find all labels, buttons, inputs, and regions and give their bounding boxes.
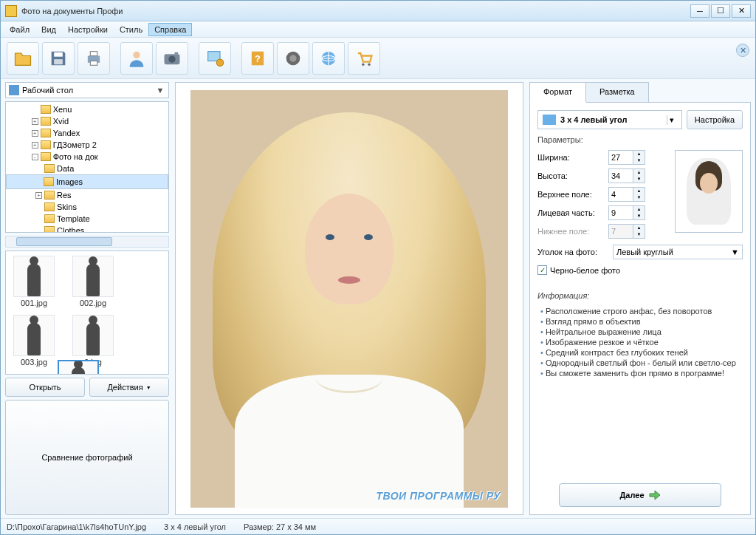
- panel-close-icon[interactable]: ✕: [736, 44, 749, 57]
- info-heading: Информация:: [537, 291, 743, 300]
- app-icon: [5, 5, 17, 17]
- tree-hscrollbar[interactable]: [5, 236, 169, 248]
- thumbnail-list: 001.jpg002.jpg003.jpg6.jpg9.jpg: [5, 251, 169, 375]
- format-settings-button[interactable]: Настройка: [687, 110, 743, 129]
- folder-tree[interactable]: Xenu +Xvid +Yandex +ГДЗометр 2 -Фото на …: [5, 101, 169, 233]
- main-photo: ТВОИ ПРОГРАММЫ РУ: [190, 90, 508, 508]
- menu-view[interactable]: Вид: [35, 23, 62, 36]
- toolbar-camera[interactable]: [156, 42, 188, 75]
- info-item: Средний контраст без глубоких теней: [540, 347, 743, 358]
- maximize-button[interactable]: ☐: [711, 4, 730, 18]
- info-item: Изображение резкое и чёткое: [540, 337, 743, 347]
- toolbar-open[interactable]: [7, 42, 39, 75]
- toolbar-photo-settings[interactable]: [199, 42, 231, 75]
- info-item: Однородный светлый фон - белый или светл…: [540, 358, 743, 368]
- params-heading: Параметры:: [537, 135, 743, 144]
- svg-point-18: [368, 63, 371, 66]
- info-item: Вы сможете заменить фон прямо в программ…: [540, 368, 743, 378]
- menu-help[interactable]: Справка: [148, 23, 192, 36]
- tree-item[interactable]: +Res: [6, 189, 168, 201]
- svg-point-17: [362, 63, 365, 66]
- svg-point-7: [168, 55, 175, 62]
- toolbar-person[interactable]: [120, 42, 153, 75]
- desktop-icon: [9, 85, 19, 95]
- face-part-spinner[interactable]: ▲▼: [608, 205, 645, 220]
- right-panel: Формат Разметка 3 x 4 левый угол ▾ Настр…: [529, 82, 751, 515]
- svg-point-10: [216, 59, 223, 66]
- thumbnail-item[interactable]: 9.jpg: [10, 374, 164, 375]
- status-path: D:\Прохо\Гагарина\1\k7ls4hoTUnY.jpg: [7, 522, 146, 531]
- corner-select[interactable]: Левый круглый▼: [613, 245, 743, 259]
- toolbar-cart[interactable]: [348, 42, 380, 75]
- toolbar-save[interactable]: [42, 42, 75, 75]
- tree-item[interactable]: Xenu: [6, 103, 168, 115]
- thumbnail-item[interactable]: 002.jpg: [69, 256, 117, 307]
- svg-rect-4: [90, 61, 97, 65]
- thumbnail-item[interactable]: 6.jpg: [69, 315, 117, 367]
- tree-item[interactable]: Images: [6, 174, 168, 189]
- tree-item[interactable]: Template: [6, 213, 168, 225]
- tab-format[interactable]: Формат: [529, 82, 586, 103]
- format-value: 3 x 4 левый угол: [560, 115, 667, 124]
- tree-item[interactable]: Data: [6, 163, 168, 174]
- next-button[interactable]: Далее: [559, 483, 721, 507]
- format-icon: [543, 115, 556, 125]
- chevron-down-icon: ▼: [731, 248, 739, 256]
- menu-settings[interactable]: Настройки: [62, 23, 114, 36]
- drive-label: Рабочий стол: [22, 86, 155, 95]
- svg-point-14: [289, 55, 296, 61]
- chevron-down-icon: ▾: [667, 115, 677, 125]
- info-item: Нейтральное выражение лица: [540, 327, 743, 337]
- top-margin-spinner[interactable]: ▲▼: [608, 187, 645, 202]
- open-button[interactable]: Открыть: [5, 378, 85, 397]
- menubar: Файл Вид Настройки Стиль Справка: [1, 21, 755, 38]
- info-item: Расположение строго анфас, без поворотов: [540, 306, 743, 316]
- info-list: Расположение строго анфас, без поворотов…: [537, 306, 743, 378]
- photo-viewport: ТВОИ ПРОГРАММЫ РУ: [175, 82, 523, 515]
- toolbar-help[interactable]: ?: [241, 42, 274, 75]
- arrow-right-icon: [649, 490, 661, 500]
- tree-item[interactable]: Skins: [6, 201, 168, 213]
- tab-layout[interactable]: Разметка: [585, 82, 649, 103]
- toolbar-video[interactable]: [277, 42, 309, 75]
- menu-style[interactable]: Стиль: [114, 23, 148, 36]
- svg-point-5: [133, 51, 140, 58]
- menu-file[interactable]: Файл: [4, 23, 35, 36]
- corner-label: Уголок на фото:: [537, 248, 608, 256]
- svg-rect-3: [90, 51, 97, 55]
- info-item: Взгляд прямо в объектив: [540, 316, 743, 327]
- titlebar: Фото на документы Профи ─ ☐ ✕: [1, 1, 755, 21]
- svg-text:?: ?: [255, 52, 261, 64]
- toolbar-web[interactable]: [312, 42, 345, 75]
- svg-rect-1: [54, 59, 63, 64]
- status-size: Размер: 27 x 34 мм: [244, 522, 316, 531]
- status-format: 3 x 4 левый угол: [164, 522, 226, 531]
- thumbnail-item[interactable]: 003.jpg: [10, 315, 58, 367]
- tree-item[interactable]: +ГДЗометр 2: [6, 139, 168, 151]
- format-combo[interactable]: 3 x 4 левый угол ▾: [537, 110, 682, 129]
- svg-rect-8: [175, 52, 179, 53]
- watermark: ТВОИ ПРОГРАММЫ РУ: [376, 490, 501, 502]
- toolbar: ? ✕: [1, 38, 755, 79]
- window-title: Фото на документы Профи: [21, 7, 690, 16]
- chevron-down-icon: ▼: [155, 86, 165, 95]
- actions-button[interactable]: Действия ▼: [89, 378, 169, 397]
- tree-item[interactable]: -Фото на док: [6, 151, 168, 163]
- tree-item[interactable]: Clothes: [6, 225, 168, 233]
- close-button[interactable]: ✕: [732, 4, 751, 18]
- height-spinner[interactable]: ▲▼: [608, 168, 645, 183]
- width-spinner[interactable]: ▲▼: [608, 150, 645, 165]
- tree-item[interactable]: +Yandex: [6, 127, 168, 139]
- toolbar-print[interactable]: [78, 42, 110, 75]
- format-preview: [675, 150, 743, 233]
- minimize-button[interactable]: ─: [690, 4, 709, 18]
- left-panel: Рабочий стол ▼ Xenu +Xvid +Yandex +ГДЗом…: [5, 82, 169, 515]
- svg-rect-0: [54, 52, 63, 56]
- drive-combo[interactable]: Рабочий стол ▼: [5, 82, 169, 98]
- bw-checkbox[interactable]: ✓Черно-белое фото: [537, 265, 743, 275]
- bottom-margin-spinner: ▲▼: [608, 224, 645, 239]
- thumbnail-item[interactable]: 001.jpg: [10, 256, 58, 307]
- compare-button[interactable]: Сравнение фотографий: [5, 400, 169, 515]
- statusbar: D:\Прохо\Гагарина\1\k7ls4hoTUnY.jpg 3 x …: [1, 518, 755, 534]
- tree-item[interactable]: +Xvid: [6, 115, 168, 127]
